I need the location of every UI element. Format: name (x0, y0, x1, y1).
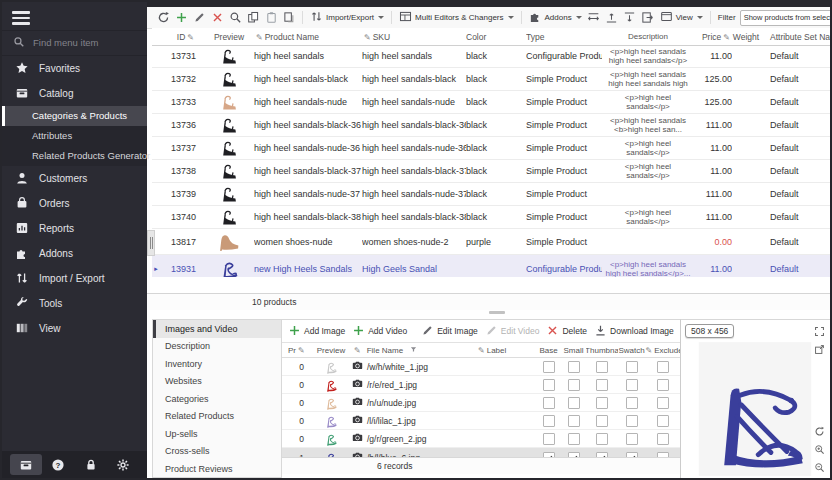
column-header-sku[interactable]: ✎SKU (362, 32, 466, 42)
add-button[interactable] (173, 10, 189, 26)
swatch-checkbox[interactable] (626, 361, 638, 373)
column-header-preview[interactable]: Preview (204, 32, 254, 42)
panel-splitter[interactable] (489, 311, 505, 314)
product-row[interactable]: 13731high heel sandalshigh heel sandalsb… (152, 45, 830, 68)
search-button[interactable] (227, 10, 243, 26)
product-row[interactable]: 13740high heel sandals-black-38high heel… (152, 206, 830, 229)
sidebar-item-reports[interactable]: Reports (2, 216, 147, 241)
paste-button[interactable] (263, 10, 279, 26)
column-header-label[interactable]: ✎Label (476, 346, 536, 355)
copy-button[interactable] (245, 10, 261, 26)
duplicate-button[interactable] (281, 10, 297, 26)
swatch-checkbox[interactable] (626, 433, 638, 445)
addons-button[interactable]: Addons (527, 10, 584, 25)
tab-product-reviews[interactable]: Product Reviews (153, 460, 281, 478)
lock-icon[interactable] (75, 454, 107, 475)
column-header-id[interactable]: ID✎ (160, 32, 204, 42)
swatch-checkbox[interactable] (626, 397, 638, 409)
small-checkbox[interactable] (568, 379, 580, 391)
help-icon[interactable]: ? (42, 454, 74, 475)
tab-inventory[interactable]: Inventory (153, 355, 281, 373)
edit-button[interactable] (191, 10, 207, 26)
thumbnail-checkbox[interactable] (596, 415, 608, 427)
thumbnail-checkbox[interactable] (596, 397, 608, 409)
small-checkbox[interactable] (568, 397, 580, 409)
swatch-checkbox[interactable] (626, 379, 638, 391)
exclude-checkbox[interactable] (657, 379, 669, 391)
sidebar-item-addons[interactable]: Addons (2, 241, 147, 266)
thumbnail-checkbox[interactable] (596, 379, 608, 391)
small-checkbox[interactable] (568, 415, 580, 427)
sidebar-item-favorites[interactable]: Favorites (2, 56, 147, 81)
column-header-pr[interactable]: Pr✎ (288, 346, 310, 355)
image-row[interactable]: 0/n/u/nude.jpg (282, 394, 681, 412)
import-export-button[interactable]: Import/Export (308, 10, 386, 25)
fit-columns-button[interactable] (586, 10, 602, 26)
base-checkbox[interactable] (543, 397, 555, 409)
image-row[interactable]: 0/l/i/lilac_1.jpg (282, 412, 681, 430)
settings-icon[interactable] (107, 454, 139, 475)
product-row[interactable]: 13732high heel sandals-blackhigh heel sa… (152, 68, 830, 91)
category-filter-select[interactable]: Show products from selected categories (740, 10, 832, 26)
move-up-button[interactable] (604, 10, 620, 26)
column-header-file[interactable]: ✎File Name (352, 346, 476, 355)
sidebar-item-view[interactable]: View (2, 316, 147, 341)
expand-icon[interactable] (813, 325, 826, 338)
grid-splitter[interactable] (147, 230, 155, 256)
column-header-preview[interactable]: Preview (310, 346, 352, 355)
view-button[interactable]: View (658, 10, 705, 25)
column-header-exclude[interactable]: ✎Exclude (645, 346, 681, 355)
column-header-weight[interactable]: Weight (732, 32, 760, 42)
delete-button[interactable]: Delete (546, 324, 587, 339)
image-row[interactable]: 0/r/e/red_1.jpg (282, 376, 681, 394)
product-row[interactable]: 13737high heel sandals-nude-36high heel … (152, 137, 830, 160)
product-row[interactable]: 13733high heel sandals-nudehigh heel san… (152, 91, 830, 114)
sidebar-item-attributes[interactable]: Attributes (2, 126, 147, 146)
product-row[interactable]: 13738high heel sandals-black-37high heel… (152, 160, 830, 183)
sidebar-item-tools[interactable]: Tools (2, 291, 147, 316)
thumbnail-checkbox[interactable] (596, 361, 608, 373)
store-icon[interactable] (10, 454, 42, 475)
swatch-checkbox[interactable] (626, 415, 638, 427)
small-checkbox[interactable] (568, 361, 580, 373)
product-row[interactable]: 13739high heel sandals-nude-37high heel … (152, 183, 830, 206)
tab-images-and-video[interactable]: Images and Video (153, 320, 281, 338)
download-image-button[interactable]: Download Image (594, 324, 674, 339)
product-row[interactable]: 13817women shoes-nudewomen shoes-nude-2p… (152, 229, 830, 255)
tab-cross-sells[interactable]: Cross-sells (153, 443, 281, 461)
refresh-button[interactable] (155, 10, 171, 26)
sidebar-search[interactable]: Find menu item (2, 30, 147, 56)
tab-websites[interactable]: Websites (153, 373, 281, 391)
tab-related-products[interactable]: Related Products (153, 408, 281, 426)
exclude-checkbox[interactable] (657, 433, 669, 445)
product-row[interactable]: 13736high heel sandals-black-36high heel… (152, 114, 830, 137)
base-checkbox[interactable] (543, 361, 555, 373)
column-header-description[interactable]: Description (602, 32, 694, 41)
thumbnail-checkbox[interactable] (596, 433, 608, 445)
small-checkbox[interactable] (568, 433, 580, 445)
column-header-swatch[interactable]: Swatch (618, 346, 645, 355)
sidebar-item-categories-products[interactable]: Categories & Products (2, 106, 147, 126)
delete-button[interactable] (209, 10, 225, 26)
column-header-color[interactable]: Color (466, 32, 526, 42)
tab-categories[interactable]: Categories (153, 390, 281, 408)
column-header-base[interactable]: Base (536, 346, 561, 355)
exclude-checkbox[interactable] (657, 397, 669, 409)
export-grid-button[interactable] (640, 10, 656, 26)
base-checkbox[interactable] (543, 433, 555, 445)
column-header-price[interactable]: Price✎ (694, 32, 732, 42)
rotate-icon[interactable] (813, 425, 826, 438)
zoom-in-icon[interactable] (813, 443, 826, 456)
exclude-checkbox[interactable] (657, 415, 669, 427)
sidebar-item-related-products-generator[interactable]: Related Products Generator (2, 146, 147, 166)
base-checkbox[interactable] (543, 379, 555, 391)
sidebar-item-orders[interactable]: Orders (2, 191, 147, 216)
column-header-type[interactable]: Type (526, 32, 602, 42)
column-header-name[interactable]: ✎Product Name (254, 32, 362, 42)
zoom-out-icon[interactable] (813, 461, 826, 474)
image-row[interactable]: 0/w/h/white_1.jpg (282, 358, 681, 376)
column-header-thumbnail[interactable]: Thumbna (586, 346, 618, 355)
column-header-attr[interactable]: Attribute Set Name (760, 32, 830, 42)
image-row[interactable]: 0/g/r/green_2.jpg (282, 430, 681, 448)
sidebar-item-import-export[interactable]: Import / Export (2, 266, 147, 291)
